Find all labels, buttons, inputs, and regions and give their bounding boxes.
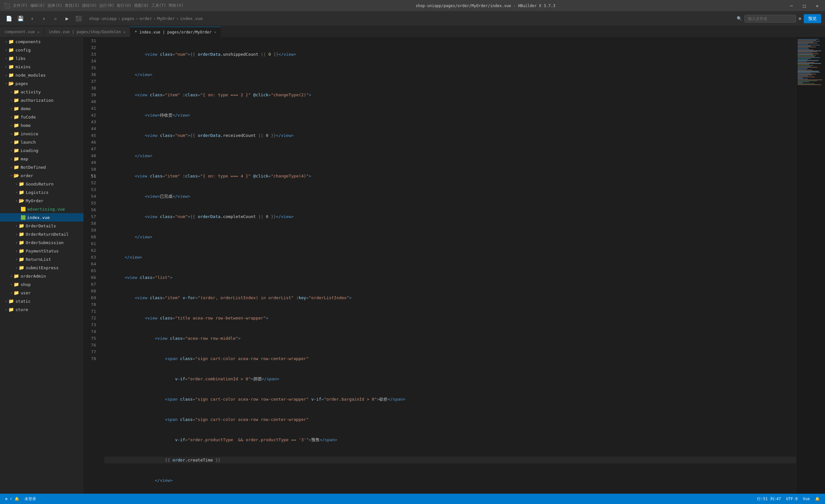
sidebar-item-demo[interactable]: › 📁 demo — [0, 104, 83, 113]
sidebar-item-libs[interactable]: › 📁 libs — [0, 54, 83, 63]
sidebar-item-order[interactable]: › 📂 order — [0, 171, 83, 180]
sidebar-item-config[interactable]: › 📁 config — [0, 46, 83, 54]
new-file-button[interactable]: 📄 — [4, 13, 14, 24]
chevron-icon: › — [15, 233, 17, 236]
chevron-icon: › — [15, 224, 17, 228]
sidebar-item-logistics[interactable]: › 📁 Logistics — [0, 188, 83, 196]
cursor-position: 行:51 列:47 — [757, 496, 781, 502]
code-line-42: <view class="list"> — [104, 274, 796, 281]
tab-shop-goods[interactable]: index.vue | pages/shop/GoodsCon ✕ — [44, 27, 130, 37]
sidebar-item-advertising-vue[interactable]: 🟨 advertising.vue — [0, 205, 83, 213]
line-num: 50 — [84, 166, 96, 173]
minimize-button[interactable]: ─ — [788, 2, 795, 10]
line-num: 66 — [84, 274, 96, 281]
save-button[interactable]: 💾 — [15, 13, 26, 24]
sidebar-item-orderadmin[interactable]: › 📁 orderAdmin — [0, 272, 83, 280]
breadcrumb-sep1: › — [118, 16, 121, 21]
sidebar-item-store[interactable]: › 📁 store — [0, 305, 83, 314]
tree-label: OrderDetails — [26, 224, 56, 228]
search-input[interactable] — [744, 15, 796, 22]
tree-label: static — [15, 299, 30, 304]
star-button[interactable]: ☆ — [50, 13, 61, 24]
sidebar-item-orderdetails[interactable]: › 📁 OrderDetails — [0, 222, 83, 230]
tab-close-button[interactable]: ✕ — [124, 30, 125, 34]
tree-label: ReturnList — [26, 257, 51, 262]
user-status: 未登录 — [24, 496, 36, 502]
code-line-33: <view class="item" :class="{ on: type ==… — [104, 91, 796, 98]
sidebar-item-paymentstatus[interactable]: › 📁 PaymentStatus — [0, 247, 83, 255]
code-line-44: <view class="title acea-row row-between-… — [104, 315, 796, 321]
tab-close-button[interactable]: ✕ — [38, 30, 39, 34]
sidebar-item-orderreturndetail[interactable]: › 📁 OrderReturnDetail — [0, 230, 83, 238]
tab-component-vue[interactable]: component.vue ✕ — [0, 27, 44, 37]
tree-label: node_modules — [15, 73, 46, 78]
line-num: 48 — [84, 152, 96, 159]
status-left: ⚙ ⚡ 🔔 未登录 — [5, 496, 36, 502]
sidebar-item-pages[interactable]: › 📂 pages — [0, 79, 83, 88]
sidebar-item-returnlist[interactable]: › 📁 ReturnList — [0, 255, 83, 263]
maximize-button[interactable]: □ — [801, 2, 808, 10]
folder-icon: 📁 — [19, 232, 24, 237]
line-num: 78 — [84, 355, 96, 362]
sidebar-item-index-vue[interactable]: 🟩 index.vue — [0, 213, 83, 222]
file-type-icon: 🟩 — [21, 215, 26, 220]
sidebar-item-loading[interactable]: › 📁 Loading — [0, 146, 83, 155]
sidebar-item-shop[interactable]: › 📁 shop — [0, 280, 83, 288]
status-icons: ⚙ ⚡ 🔔 — [5, 497, 19, 501]
breadcrumb-pages: pages — [122, 16, 134, 21]
chevron-icon: › — [10, 166, 12, 169]
forward-button[interactable]: › — [39, 13, 49, 24]
tree-label: store — [15, 307, 28, 312]
sidebar-item-goodsreturn[interactable]: › 📁 GoodsReturn — [0, 180, 83, 188]
sidebar-item-launch[interactable]: › 📁 launch — [0, 138, 83, 146]
line-num: 34 — [84, 58, 96, 64]
code-editor[interactable]: 31 32 33 34 35 36 37 38 39 40 41 42 43 4… — [84, 37, 796, 494]
line-num: 31 — [84, 37, 96, 44]
tab-order-myorder[interactable]: * index.vue | pages/order/MyOrder ✕ — [130, 27, 221, 37]
tab-close-button[interactable]: ✕ — [214, 30, 216, 34]
sidebar-item-submitexpress[interactable]: › 📁 submitExpress — [0, 263, 83, 272]
language: Vue — [803, 497, 810, 501]
filter-icon[interactable]: ⚙ — [799, 16, 801, 21]
line-num: 54 — [84, 193, 96, 200]
line-num: 51 — [84, 173, 96, 179]
close-button[interactable]: ✕ — [813, 2, 821, 10]
sidebar-item-components[interactable]: › 📁 components — [0, 37, 83, 46]
sidebar-item-myorder-folder[interactable]: › 📂 MyOrder — [0, 196, 83, 205]
status-right: 行:51 列:47 UTF-8 Vue 🔔 — [757, 496, 820, 502]
sidebar-item-fucode[interactable]: › 📁 fuCode — [0, 113, 83, 121]
code-content[interactable]: <view class="num">{{ orderData.unshipped… — [99, 37, 796, 494]
line-num: 41 — [84, 105, 96, 112]
sidebar-item-authorization[interactable]: › 📁 authorization — [0, 96, 83, 104]
sidebar-item-notdefined[interactable]: › 📁 NotDefined — [0, 163, 83, 171]
preview-button[interactable]: 预览 — [804, 14, 821, 23]
line-num: 36 — [84, 71, 96, 78]
back-button[interactable]: ‹ — [27, 13, 38, 24]
line-num: 37 — [84, 78, 96, 85]
sidebar-item-static[interactable]: › 📁 static — [0, 297, 83, 305]
line-num: 73 — [84, 321, 96, 328]
folder-icon: 📁 — [13, 114, 19, 119]
sidebar-item-invoice[interactable]: › 📁 invoice — [0, 130, 83, 138]
line-num: 65 — [84, 267, 96, 274]
sidebar-item-node-modules[interactable]: › 📁 node_modules — [0, 71, 83, 79]
tree-label: Loading — [21, 148, 39, 153]
tree-label: GoodsReturn — [26, 182, 54, 186]
tab-label: * index.vue | pages/order/MyOrder — [135, 30, 211, 34]
folder-icon: 📁 — [19, 248, 24, 253]
run-button[interactable]: ▶ — [62, 13, 72, 24]
sidebar-item-ordersubmission[interactable]: › 📁 OrderSubmission — [0, 238, 83, 247]
sidebar-item-map[interactable]: › 📁 map — [0, 155, 83, 163]
sidebar-item-mixins[interactable]: › 📁 mixins — [0, 63, 83, 71]
folder-icon: 📁 — [13, 148, 19, 153]
sidebar-item-home[interactable]: › 📁 home — [0, 121, 83, 130]
tree-label: home — [21, 123, 30, 128]
toolbar: 📄 💾 ‹ › ☆ ▶ ⬛ shop-uniapp › pages › orde… — [0, 12, 825, 26]
breadcrumb-sep2: › — [136, 16, 138, 21]
folder-icon: 📁 — [8, 307, 14, 312]
title-bar-controls[interactable]: ─ □ ✕ — [788, 2, 821, 10]
chevron-icon: › — [15, 249, 17, 253]
sidebar-item-user[interactable]: › 📁 user — [0, 288, 83, 297]
tree-label: Logistics — [26, 190, 48, 195]
sidebar-item-activity[interactable]: › 📁 activity — [0, 88, 83, 96]
